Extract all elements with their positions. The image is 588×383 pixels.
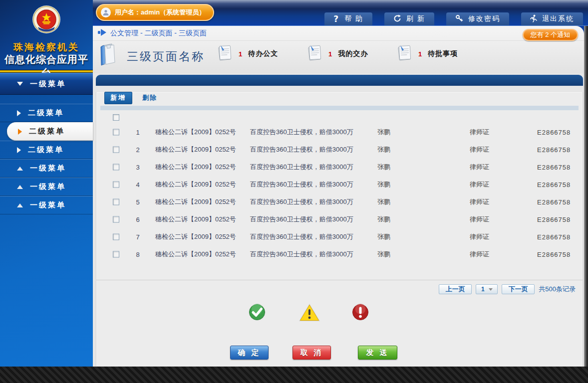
- person-name: 张鹏: [377, 180, 390, 189]
- sidebar-item-level1[interactable]: 一级菜单: [0, 196, 93, 214]
- help-button[interactable]: ? 帮 助: [324, 12, 372, 25]
- exit-runner-icon: [530, 14, 537, 24]
- cancel-button[interactable]: 取 消: [293, 346, 331, 360]
- case-number: 穗检公二诉【2009】0252号: [155, 232, 236, 241]
- case-description: 百度控告360卫士侵权，赔偿3000万: [250, 215, 353, 224]
- status-icons-row: [96, 303, 583, 323]
- cert-type: 律师证: [470, 128, 489, 137]
- person-name: 张鹏: [377, 250, 390, 259]
- case-number: 穗检公二诉【2009】0252号: [155, 250, 236, 259]
- row-number: 4: [131, 181, 144, 188]
- row-number: 7: [131, 233, 144, 240]
- refresh-button[interactable]: 刷 新: [384, 12, 434, 25]
- notification-text: 您有 2 个通知: [531, 30, 570, 39]
- change-password-button[interactable]: 修改密码: [446, 12, 509, 25]
- user-badge: 用户名：admin（系统管理员）: [96, 4, 214, 21]
- panel-body: 新增 删除 1 穗检公二诉【2009】0252号 百度控告360卫士侵权，赔偿3…: [96, 92, 583, 371]
- branding-area: 珠海检察机关 信息化综合应用平台: [0, 0, 93, 70]
- prev-page-button[interactable]: 上一页: [439, 284, 472, 294]
- org-name: 珠海检察机关: [0, 41, 93, 54]
- title-row: 三级页面名称 1 待办公文: [93, 41, 584, 73]
- change-password-label: 修改密码: [468, 14, 500, 23]
- add-button[interactable]: 新增: [104, 92, 132, 104]
- sidebar-item-level1[interactable]: 一级菜单: [0, 73, 93, 95]
- page-title: 三级页面名称: [127, 49, 205, 64]
- confirm-button[interactable]: 确 定: [230, 346, 269, 360]
- row-checkbox[interactable]: [113, 198, 119, 205]
- case-number: 穗检公二诉【2009】0252号: [155, 128, 236, 137]
- sidebar-item-label: 一级菜单: [30, 182, 66, 192]
- stat-pending-docs[interactable]: 1 待办公文: [217, 44, 278, 64]
- sidebar-item-label: 一级菜单: [30, 200, 66, 210]
- key-icon: [455, 14, 463, 24]
- person-name: 张鹏: [377, 197, 390, 206]
- cert-type: 律师证: [470, 232, 489, 241]
- table-toolbar: 新增 删除: [104, 92, 579, 103]
- stat-my-assignments[interactable]: 1 我的交办: [306, 44, 368, 64]
- row-checkbox[interactable]: [113, 216, 119, 222]
- row-checkbox[interactable]: [113, 251, 119, 257]
- row-number: 6: [131, 215, 144, 223]
- row-number: 1: [131, 128, 144, 136]
- stat-label: 待办公文: [248, 49, 278, 58]
- sidebar-item-level2[interactable]: 二级菜单: [0, 104, 93, 122]
- row-checkbox[interactable]: [113, 233, 119, 240]
- notification-badge[interactable]: 您有 2 个通知: [523, 29, 578, 41]
- content-panel: 新增 删除 1 穗检公二诉【2009】0252号 百度控告360卫士侵权，赔偿3…: [96, 75, 583, 365]
- row-checkbox[interactable]: [113, 129, 119, 135]
- select-all-row: [113, 114, 583, 121]
- app-window: 珠海检察机关 信息化综合应用平台 一级菜单二级菜单二级菜单二级菜单一级菜单一级菜…: [0, 0, 588, 383]
- sidebar-item-label: 二级菜单: [28, 145, 64, 155]
- table-header-strip: [100, 106, 579, 110]
- cert-type: 律师证: [470, 215, 489, 224]
- sidebar-item-level1[interactable]: 一级菜单: [0, 159, 93, 178]
- cert-number: E2866758: [537, 250, 571, 258]
- cert-type: 律师证: [470, 250, 489, 259]
- case-number: 穗检公二诉【2009】0252号: [155, 197, 236, 206]
- logout-button[interactable]: 退出系统: [521, 12, 583, 25]
- arrow-up-icon: [17, 203, 23, 207]
- topbar: 用户名：admin（系统管理员） ? 帮 助 刷 新: [93, 0, 588, 26]
- case-description: 百度控告360卫士侵权，赔偿3000万: [250, 232, 353, 241]
- page-select[interactable]: 1: [476, 284, 498, 294]
- case-description: 百度控告360卫士侵权，赔偿3000万: [250, 197, 353, 206]
- document-icon: [306, 44, 322, 64]
- sidebar-item-level1[interactable]: 一级菜单: [0, 178, 93, 196]
- case-description: 百度控告360卫士侵权，赔偿3000万: [250, 145, 353, 154]
- stat-pending-approvals[interactable]: 1 待批事项: [396, 44, 458, 64]
- arrow-right-icon: [17, 110, 21, 116]
- arrow-up-icon: [17, 167, 23, 171]
- table-row: 4 穗检公二诉【2009】0252号 百度控告360卫士侵权，赔偿3000万 张…: [96, 176, 583, 193]
- row-checkbox[interactable]: [113, 146, 119, 153]
- row-checkbox[interactable]: [113, 181, 119, 188]
- sidebar-item-level2[interactable]: 二级菜单: [0, 141, 93, 159]
- cert-number: E2866758: [537, 181, 571, 188]
- table-row: 2 穗检公二诉【2009】0252号 百度控告360卫士侵权，赔偿3000万 张…: [96, 141, 583, 158]
- send-button[interactable]: 发 送: [358, 346, 397, 360]
- procuratorate-emblem-icon: [32, 3, 61, 43]
- breadcrumb-arrow-icon: [98, 29, 106, 38]
- person-name: 张鹏: [377, 145, 390, 154]
- row-checkbox[interactable]: [113, 164, 119, 170]
- topbar-buttons: ? 帮 助 刷 新 修改密码: [324, 12, 583, 25]
- chevron-down-icon: [489, 288, 493, 291]
- pagination: 上一页 1 下一页 共500条记录: [96, 284, 576, 295]
- cert-number: E2866758: [537, 198, 571, 205]
- select-all-checkbox[interactable]: [113, 114, 119, 121]
- case-number: 穗检公二诉【2009】0252号: [155, 145, 236, 154]
- table-row: 1 穗检公二诉【2009】0252号 百度控告360卫士侵权，赔偿3000万 张…: [96, 123, 583, 141]
- case-description: 百度控告360卫士侵权，赔偿3000万: [250, 250, 353, 259]
- arrow-down-icon: [17, 82, 23, 86]
- delete-button[interactable]: 删除: [142, 93, 157, 102]
- cert-type: 律师证: [470, 197, 489, 206]
- user-label: 用户名：admin（系统管理员）: [115, 8, 205, 17]
- folder-icon: [97, 42, 122, 70]
- refresh-label: 刷 新: [406, 14, 425, 23]
- sidebar-item-level2-selected[interactable]: 二级菜单: [7, 122, 93, 141]
- breadcrumb[interactable]: 公文管理 - 二级页面 - 三级页面: [93, 26, 584, 41]
- stat-label: 我的交办: [338, 49, 368, 58]
- help-icon: ?: [333, 14, 339, 24]
- cert-number: E2866758: [537, 163, 571, 171]
- right-edge: [584, 26, 588, 383]
- next-page-button[interactable]: 下一页: [502, 284, 535, 294]
